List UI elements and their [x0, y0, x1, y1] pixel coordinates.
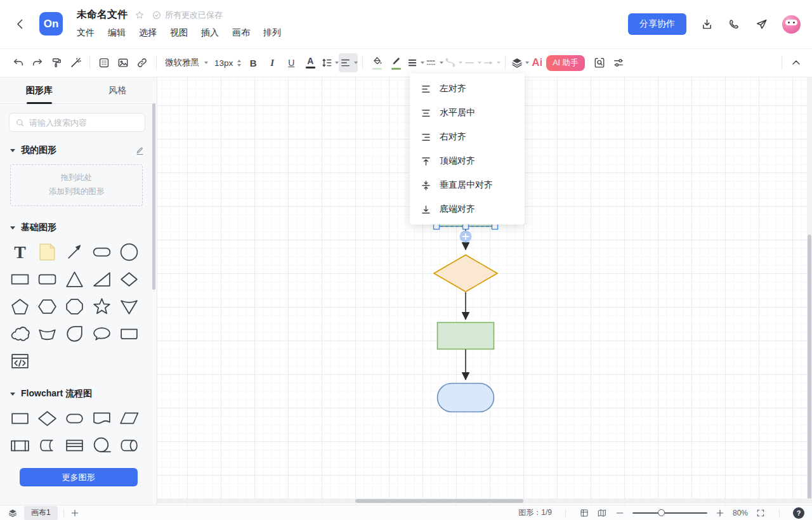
layers-icon[interactable]: [8, 508, 18, 518]
avatar[interactable]: [782, 15, 801, 34]
line-color-button[interactable]: [386, 53, 405, 72]
magic-pen-button[interactable]: [66, 53, 85, 72]
shape-cone[interactable]: [115, 293, 143, 320]
shape-right-triangle[interactable]: [88, 266, 115, 292]
canvas-vertical-scrollbar[interactable]: [807, 77, 812, 498]
menu-file[interactable]: 文件: [77, 27, 95, 39]
shape-text[interactable]: T: [6, 238, 34, 265]
font-size-select[interactable]: 13px: [212, 53, 244, 72]
minimap-icon[interactable]: [597, 508, 607, 518]
redo-button[interactable]: [28, 53, 47, 72]
my-shapes-dropzone[interactable]: 拖到此处 添加到我的图形: [10, 164, 143, 206]
zoom-in-icon[interactable]: [715, 508, 725, 518]
canvas-tab[interactable]: 画布1: [24, 506, 58, 520]
sidebar-scrollbar[interactable]: [152, 103, 155, 290]
back-icon[interactable]: [13, 16, 28, 32]
shape-circle[interactable]: [115, 238, 143, 265]
collapse-flowchart-icon[interactable]: [10, 393, 15, 396]
pattern-fill-button[interactable]: [95, 53, 114, 72]
shape-code-block[interactable]: [6, 348, 34, 374]
document-title[interactable]: 未命名文件: [77, 8, 128, 22]
tab-shape-library[interactable]: 图形库: [0, 77, 79, 103]
shape-arrow[interactable]: [61, 238, 88, 265]
format-painter-button[interactable]: [47, 53, 66, 72]
phone-icon[interactable]: [728, 18, 741, 31]
font-color-button[interactable]: A: [301, 53, 320, 72]
line-spacing-button[interactable]: [320, 53, 339, 72]
menu-insert[interactable]: 插入: [201, 27, 219, 39]
menu-edit[interactable]: 编辑: [108, 27, 126, 39]
ai-logo[interactable]: Ai: [532, 56, 542, 69]
shape-search-box[interactable]: [9, 113, 145, 132]
shape-triangle[interactable]: [61, 266, 88, 292]
menu-item-align-top[interactable]: 顶端对齐: [410, 149, 525, 173]
shape-pill[interactable]: [88, 238, 115, 265]
share-collaborate-button[interactable]: 分享协作: [628, 13, 686, 35]
tab-style[interactable]: 风格: [79, 77, 157, 103]
help-button[interactable]: ?: [793, 507, 804, 519]
line-style-button[interactable]: [424, 53, 443, 72]
shape-teardrop[interactable]: [61, 320, 88, 347]
shape-decision[interactable]: [34, 405, 61, 431]
menu-canvas[interactable]: 画布: [232, 27, 250, 39]
collapse-basic-shapes-icon[interactable]: [10, 226, 15, 230]
flow-terminator[interactable]: [438, 384, 494, 412]
shape-predefined-process[interactable]: [6, 432, 34, 458]
shape-rectangle[interactable]: [6, 266, 34, 292]
shape-process[interactable]: [6, 405, 34, 431]
collapse-toolbar-button[interactable]: [787, 53, 806, 72]
shape-cloud[interactable]: [6, 320, 34, 347]
shape-star[interactable]: [88, 293, 115, 320]
shape-internal-storage[interactable]: [61, 432, 88, 458]
italic-button[interactable]: I: [263, 53, 282, 72]
shape-rounded-rectangle[interactable]: [34, 266, 61, 292]
find-shape-button[interactable]: [590, 53, 609, 72]
menu-item-align-bottom[interactable]: 底端对齐: [410, 197, 525, 221]
zoom-slider[interactable]: [632, 512, 707, 514]
shape-sequential-data[interactable]: [88, 432, 115, 458]
shape-manual-input[interactable]: [34, 320, 61, 347]
shape-stored-data[interactable]: [34, 432, 61, 458]
shape-pentagon[interactable]: [6, 293, 34, 320]
flow-process-rect[interactable]: [438, 323, 494, 349]
canvas-horizontal-scrollbar[interactable]: [157, 498, 812, 504]
edit-pencil-icon[interactable]: [134, 145, 145, 156]
shape-direct-data[interactable]: [115, 432, 143, 458]
line-weight-button[interactable]: [405, 53, 424, 72]
horizontal-scroll-thumb[interactable]: [355, 499, 523, 503]
align-button[interactable]: [339, 53, 358, 72]
fullscreen-icon[interactable]: [756, 508, 766, 518]
menu-item-align-middle-vertical[interactable]: 垂直居中对齐: [410, 173, 525, 197]
shape-sticky-note[interactable]: [34, 238, 61, 265]
search-input[interactable]: [29, 118, 139, 127]
font-size-stepper[interactable]: [237, 60, 241, 67]
flow-decision-diamond[interactable]: [434, 255, 497, 292]
grid-layout-icon[interactable]: [579, 508, 589, 518]
menu-item-align-left[interactable]: 左对齐: [410, 77, 525, 101]
app-logo[interactable]: On: [39, 12, 63, 36]
shape-hexagon[interactable]: [34, 293, 61, 320]
add-canvas-icon[interactable]: [70, 508, 80, 518]
layers-button[interactable]: [510, 53, 529, 72]
font-family-select[interactable]: 微软雅黑: [161, 53, 212, 72]
more-shapes-button[interactable]: 更多图形: [20, 468, 138, 486]
menu-select[interactable]: 选择: [139, 27, 157, 39]
zoom-slider-knob[interactable]: [658, 509, 665, 516]
download-icon[interactable]: [700, 18, 714, 31]
shape-document[interactable]: [88, 405, 115, 431]
menu-arrange[interactable]: 排列: [263, 27, 281, 39]
undo-button[interactable]: [9, 53, 28, 72]
underline-button[interactable]: U: [282, 53, 301, 72]
shape-speech-bubble[interactable]: [88, 320, 115, 347]
shape-diamond[interactable]: [115, 266, 143, 292]
collapse-my-shapes-icon[interactable]: [10, 149, 15, 152]
fill-color-button[interactable]: [367, 53, 386, 72]
shape-parallelogram[interactable]: [115, 405, 143, 431]
insert-link-button[interactable]: [133, 53, 152, 72]
menu-view[interactable]: 视图: [170, 27, 188, 39]
bold-button[interactable]: B: [244, 53, 263, 72]
shape-terminator[interactable]: [61, 405, 88, 431]
settings-sliders-button[interactable]: [609, 53, 628, 72]
insert-image-button[interactable]: [114, 53, 133, 72]
ai-assistant-button[interactable]: AI 助手: [546, 55, 584, 71]
